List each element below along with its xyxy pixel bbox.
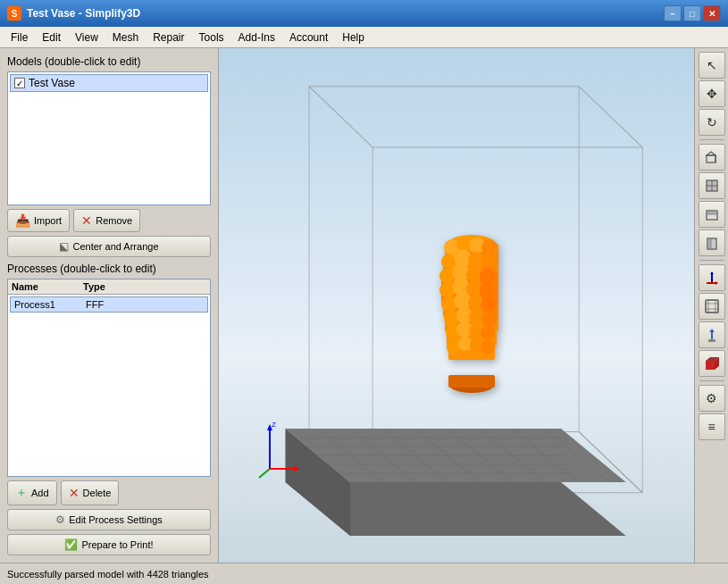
view-solid-button[interactable] (699, 350, 725, 377)
svg-rect-95 (706, 361, 715, 370)
col-name-header: Name (12, 281, 83, 292)
process-name: Process1 (14, 299, 86, 310)
menu-help[interactable]: Help (335, 29, 372, 46)
close-button[interactable]: ✕ (703, 5, 721, 21)
toolbar-divider-2 (699, 260, 724, 261)
axes-tool-button[interactable] (699, 264, 725, 291)
process-buttons: ＋ Add ✕ Delete (7, 480, 211, 505)
menu-bar: File Edit View Mesh Repair Tools Add-Ins… (0, 27, 728, 48)
window-controls: – □ ✕ (664, 5, 721, 21)
menu-file[interactable]: File (4, 29, 35, 46)
svg-text:Z: Z (272, 421, 276, 429)
rotate-tool-button[interactable]: ↻ (699, 109, 725, 136)
models-list: ✓ Test Vase (7, 71, 211, 205)
title-bar: S Test Vase - Simplify3D – □ ✕ (0, 0, 728, 27)
import-label: Import (34, 215, 62, 226)
svg-point-49 (481, 296, 497, 313)
status-message: Successfully parsed model with 4428 tria… (7, 569, 209, 580)
model-checkbox[interactable]: ✓ (14, 78, 25, 88)
add-icon: ＋ (15, 485, 28, 501)
center-icon: ⬕ (59, 240, 69, 253)
minimize-button[interactable]: – (664, 5, 682, 21)
svg-rect-82 (707, 238, 711, 249)
right-toolbar: ↖ ✥ ↻ (694, 48, 728, 563)
import-button[interactable]: 📥 Import (7, 209, 70, 232)
delete-icon: ✕ (69, 486, 79, 500)
edit-process-icon: ⚙ (55, 513, 65, 526)
svg-rect-73 (707, 155, 715, 163)
svg-marker-71 (294, 466, 299, 471)
edit-process-label: Edit Process Settings (69, 514, 163, 525)
processes-section: Processes (double-click to edit) Name Ty… (7, 263, 211, 555)
add-label: Add (31, 488, 49, 498)
model-item[interactable]: ✓ Test Vase (10, 74, 208, 92)
svg-point-44 (480, 282, 496, 298)
center-arrange-label: Center and Arrange (72, 241, 158, 252)
svg-rect-87 (706, 300, 718, 313)
menu-repair[interactable]: Repair (146, 29, 191, 46)
left-panel: Models (double-click to edit) ✓ Test Vas… (0, 48, 219, 563)
svg-marker-74 (707, 152, 715, 155)
move-tool-button[interactable]: ✥ (699, 80, 725, 107)
remove-label: Remove (96, 215, 132, 226)
toolbar-divider-1 (699, 139, 724, 140)
processes-section-label: Processes (double-click to edit) (7, 263, 211, 275)
process-row[interactable]: Process1 FFF (10, 296, 208, 313)
add-process-button[interactable]: ＋ Add (7, 480, 57, 505)
window-title: Test Vase - Simplify3D (27, 7, 664, 20)
svg-point-34 (481, 254, 498, 270)
main-content: Models (double-click to edit) ✓ Test Vas… (0, 48, 728, 563)
models-section-label: Models (double-click to edit) (7, 55, 211, 68)
menu-view[interactable]: View (68, 29, 105, 46)
settings-toolbar-button[interactable]: ⚙ (699, 385, 725, 412)
svg-marker-86 (715, 281, 718, 285)
table-header: Name Type (8, 279, 210, 295)
col-type-header: Type (83, 281, 206, 292)
select-tool-button[interactable]: ↖ (699, 52, 725, 79)
menu-tools[interactable]: Tools (192, 29, 231, 46)
svg-marker-0 (309, 87, 642, 147)
model-name: Test Vase (29, 77, 75, 89)
delete-label: Delete (83, 488, 112, 498)
layers-toolbar-button[interactable]: ≡ (699, 413, 725, 440)
import-icon: 📥 (15, 213, 30, 228)
app-icon: S (7, 6, 21, 21)
view-side-button[interactable] (699, 229, 725, 256)
prepare-label: Prepare to Print! (81, 539, 153, 550)
axes-indicator: Z (256, 420, 301, 482)
vase-model (418, 219, 525, 415)
prepare-print-button[interactable]: ✅ Prepare to Print! (7, 534, 211, 555)
svg-rect-94 (708, 339, 715, 342)
maximize-button[interactable]: □ (683, 5, 701, 21)
delete-process-button[interactable]: ✕ Delete (61, 480, 120, 505)
svg-point-29 (481, 239, 498, 255)
status-bar: Successfully parsed model with 4428 tria… (0, 563, 728, 584)
process-type: FFF (86, 299, 204, 310)
edit-process-button[interactable]: ⚙ Edit Process Settings (7, 509, 211, 530)
svg-marker-93 (709, 329, 715, 332)
viewport[interactable]: Z (219, 48, 694, 563)
svg-point-59 (481, 326, 495, 340)
prepare-icon: ✅ (64, 538, 78, 551)
menu-edit[interactable]: Edit (35, 29, 68, 46)
model-buttons: 📥 Import ✕ Remove (7, 209, 211, 232)
svg-marker-85 (710, 271, 714, 274)
svg-line-72 (259, 469, 270, 478)
svg-rect-80 (707, 211, 717, 214)
view-iso-button[interactable] (699, 144, 725, 171)
svg-point-64 (481, 340, 495, 355)
view-top-button[interactable] (699, 172, 725, 199)
center-arrange-button[interactable]: ⬕ Center and Arrange (7, 236, 211, 257)
move-up-button[interactable] (699, 321, 725, 348)
remove-icon: ✕ (81, 213, 92, 228)
menu-account[interactable]: Account (282, 29, 335, 46)
menu-mesh[interactable]: Mesh (105, 29, 146, 46)
view-3d-button[interactable] (699, 293, 725, 320)
view-front-button[interactable] (699, 201, 725, 228)
menu-addins[interactable]: Add-Ins (231, 29, 282, 46)
models-section: Models (double-click to edit) ✓ Test Vas… (7, 55, 211, 257)
remove-button[interactable]: ✕ Remove (73, 209, 140, 232)
svg-point-54 (481, 311, 498, 327)
processes-table: Name Type Process1 FFF (7, 279, 211, 477)
toolbar-divider-3 (699, 380, 724, 381)
